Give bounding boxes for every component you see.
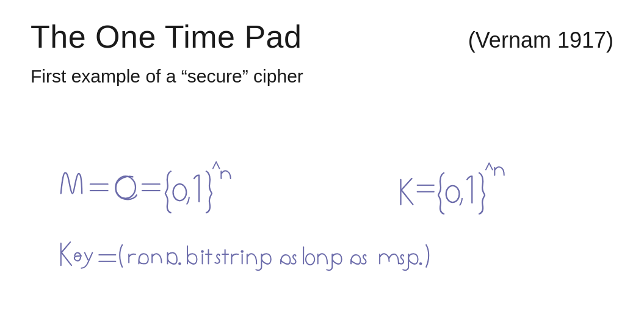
main-title: The One Time Pad bbox=[31, 18, 302, 55]
handwriting-svg bbox=[31, 105, 613, 276]
first-example-text: First example of a “secure” cipher bbox=[31, 66, 613, 87]
svg-point-5 bbox=[173, 184, 187, 200]
attribution: (Vernam 1917) bbox=[468, 28, 613, 53]
title-row: The One Time Pad (Vernam 1917) bbox=[31, 18, 613, 55]
slide-container: The One Time Pad (Vernam 1917) First exa… bbox=[0, 0, 644, 330]
svg-point-2 bbox=[115, 176, 136, 198]
svg-point-8 bbox=[446, 186, 460, 202]
svg-point-15 bbox=[241, 250, 244, 253]
svg-point-18 bbox=[419, 262, 422, 265]
math-area bbox=[31, 105, 613, 276]
svg-point-11 bbox=[178, 262, 181, 265]
svg-point-17 bbox=[306, 254, 314, 265]
svg-point-13 bbox=[201, 250, 204, 253]
